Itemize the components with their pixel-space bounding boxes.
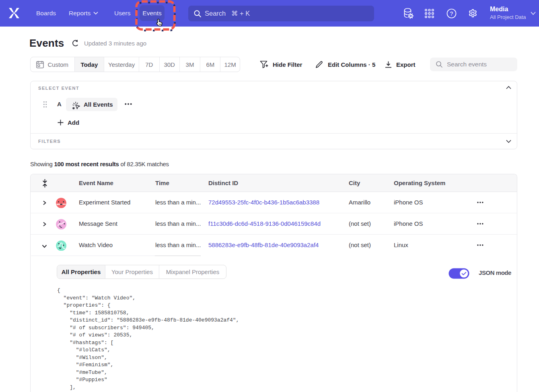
svg-text:?: ? [450, 10, 453, 17]
